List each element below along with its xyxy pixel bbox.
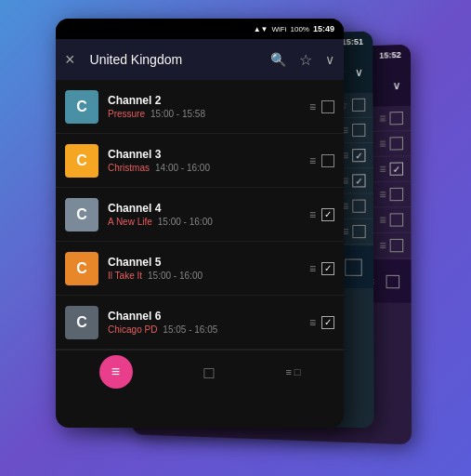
phone3-checkbox-1[interactable] bbox=[389, 112, 402, 125]
channel-3-subtitle: Christmas 14:00 - 16:00 bbox=[108, 163, 300, 173]
channel-5-checkbox[interactable] bbox=[321, 262, 334, 275]
channel-4-checkbox[interactable] bbox=[321, 208, 334, 221]
phone1-battery-text: 100% bbox=[291, 25, 309, 33]
phone3-menu-icon-6: ≡ bbox=[379, 239, 386, 252]
channel-6-menu-icon[interactable]: ≡ bbox=[309, 316, 316, 329]
channel-5-time: 15:00 - 16:00 bbox=[148, 271, 203, 281]
channel-5-menu-icon[interactable]: ≡ bbox=[309, 262, 316, 275]
channel-5-subtitle: Il Take It 15:00 - 16:00 bbox=[108, 271, 300, 281]
channel-5-actions: ≡ bbox=[309, 262, 334, 275]
channel-4-subtitle: A New Life 15:00 - 16:00 bbox=[108, 217, 300, 227]
screens-container: 100% 15:52 ∨ ≡ ≡ ≡ ≡ bbox=[56, 19, 446, 456]
channel-2-time: 15:00 - 15:58 bbox=[150, 109, 205, 119]
phone2-checkbox-5[interactable] bbox=[352, 200, 365, 213]
phone1-status-bar: ∞ ▲▼ WiFi 100% 15:49 bbox=[56, 19, 344, 39]
phone3-time: 15:52 bbox=[379, 50, 401, 60]
channel-4-show: A New Life bbox=[108, 217, 152, 227]
channel-6-checkbox[interactable] bbox=[321, 316, 334, 329]
phone3-menu-icon-1: ≡ bbox=[379, 112, 386, 125]
channel-4-icon: C bbox=[65, 198, 98, 231]
channel-6-actions: ≡ bbox=[309, 316, 334, 329]
phone-1: ∞ ▲▼ WiFi 100% 15:49 × United Kingdom 🔍 … bbox=[56, 19, 344, 428]
phone1-dots: ∞ bbox=[65, 20, 75, 37]
channel-item-5[interactable]: C Channel 5 Il Take It 15:00 - 16:00 ≡ bbox=[56, 242, 344, 296]
channel-3-actions: ≡ bbox=[309, 154, 334, 167]
channel-3-icon: C bbox=[65, 144, 98, 178]
channel-4-info: Channel 4 A New Life 15:00 - 16:00 bbox=[108, 202, 300, 227]
phone3-menu-icon-4: ≡ bbox=[379, 188, 386, 201]
bottom-square-icon[interactable]: □ bbox=[204, 364, 215, 383]
channel-3-checkbox[interactable] bbox=[321, 154, 334, 167]
channel-3-menu-icon[interactable]: ≡ bbox=[309, 154, 316, 167]
chevron-down-icon[interactable]: ∨ bbox=[325, 52, 334, 67]
channel-item-6[interactable]: C Channel 6 Chicago PD 15:05 - 16:05 ≡ bbox=[56, 296, 344, 350]
channel-3-name: Channel 3 bbox=[108, 148, 300, 161]
phone3-bottom-checkbox[interactable] bbox=[386, 274, 400, 287]
channel-2-subtitle: Pressure 15:00 - 15:58 bbox=[108, 109, 300, 119]
phone2-time: 15:51 bbox=[342, 37, 363, 46]
phone3-checkbox-6[interactable] bbox=[390, 239, 404, 252]
channel-3-show: Christmas bbox=[108, 163, 150, 173]
channel-3-time: 14:00 - 16:00 bbox=[155, 163, 210, 173]
page-title: United Kingdom bbox=[83, 52, 263, 67]
phone3-checkbox-3[interactable] bbox=[390, 162, 403, 175]
channel-item-3[interactable]: C Channel 3 Christmas 14:00 - 16:00 ≡ bbox=[56, 134, 344, 188]
channel-2-actions: ≡ bbox=[309, 100, 334, 113]
channel-4-menu-icon[interactable]: ≡ bbox=[309, 208, 316, 221]
channel-item-2[interactable]: C Channel 2 Pressure 15:00 - 15:58 ≡ bbox=[56, 80, 344, 134]
bottom-menu-text: ≡ □ bbox=[285, 366, 300, 377]
channel-2-show: Pressure bbox=[108, 109, 145, 119]
phone2-chevron-icon: ∨ bbox=[355, 66, 363, 79]
channel-2-checkbox[interactable] bbox=[321, 100, 334, 113]
phone3-checkbox-2[interactable] bbox=[390, 137, 403, 150]
phone2-checkbox-6[interactable] bbox=[352, 225, 365, 238]
channel-6-show: Chicago PD bbox=[108, 324, 157, 335]
phone1-wifi-icon: WiFi bbox=[272, 25, 287, 33]
phone1-header[interactable]: × United Kingdom 🔍 ☆ ∨ bbox=[56, 39, 344, 80]
phone2-checkbox-2[interactable] bbox=[352, 124, 365, 137]
channel-2-info: Channel 2 Pressure 15:00 - 15:58 bbox=[108, 94, 300, 119]
phone1-bottom-bar: ≡ □ ≡ □ bbox=[56, 350, 344, 392]
close-icon[interactable]: × bbox=[65, 50, 75, 70]
channel-4-actions: ≡ bbox=[309, 208, 334, 221]
phone1-signal-icon: ▲▼ bbox=[254, 25, 268, 33]
phone2-checkbox-1[interactable] bbox=[352, 99, 365, 112]
channel-5-icon: C bbox=[65, 252, 98, 285]
channel-4-time: 15:00 - 16:00 bbox=[158, 217, 213, 227]
channel-6-info: Channel 6 Chicago PD 15:05 - 16:05 bbox=[108, 310, 300, 335]
phone1-time: 15:49 bbox=[313, 24, 334, 33]
channel-4-name: Channel 4 bbox=[108, 202, 300, 215]
channel-5-name: Channel 5 bbox=[108, 256, 300, 269]
phone2-checkbox-3[interactable] bbox=[352, 149, 365, 162]
channel-6-name: Channel 6 bbox=[108, 310, 300, 323]
phone3-checkbox-4[interactable] bbox=[390, 188, 404, 201]
channel-6-time: 15:05 - 16:05 bbox=[163, 324, 217, 335]
phone3-menu-icon-5: ≡ bbox=[379, 213, 386, 226]
phone3-menu-icon-2: ≡ bbox=[379, 138, 386, 151]
search-icon[interactable]: 🔍 bbox=[270, 52, 286, 67]
channel-2-icon: C bbox=[65, 90, 98, 124]
channel-2-menu-icon[interactable]: ≡ bbox=[309, 100, 316, 113]
phone2-checkbox-4[interactable] bbox=[352, 174, 365, 187]
channel-5-info: Channel 5 Il Take It 15:00 - 16:00 bbox=[108, 256, 300, 281]
channel-list: C Channel 2 Pressure 15:00 - 15:58 ≡ bbox=[56, 80, 344, 350]
phone3-menu-icon-3: ≡ bbox=[379, 163, 386, 176]
channel-6-icon: C bbox=[65, 306, 98, 339]
star-icon[interactable]: ☆ bbox=[299, 51, 312, 69]
channel-item-4[interactable]: C Channel 4 A New Life 15:00 - 16:00 ≡ bbox=[56, 188, 344, 242]
channel-6-subtitle: Chicago PD 15:05 - 16:05 bbox=[108, 324, 300, 335]
channel-5-show: Il Take It bbox=[108, 271, 142, 281]
phone3-chevron-icon: ∨ bbox=[393, 79, 401, 92]
channel-3-info: Channel 3 Christmas 14:00 - 16:00 bbox=[108, 148, 300, 173]
fab-button[interactable]: ≡ bbox=[99, 355, 133, 389]
phone2-bottom-checkbox[interactable] bbox=[345, 258, 362, 275]
channel-2-name: Channel 2 bbox=[108, 94, 300, 107]
phone3-checkbox-5[interactable] bbox=[390, 213, 404, 226]
